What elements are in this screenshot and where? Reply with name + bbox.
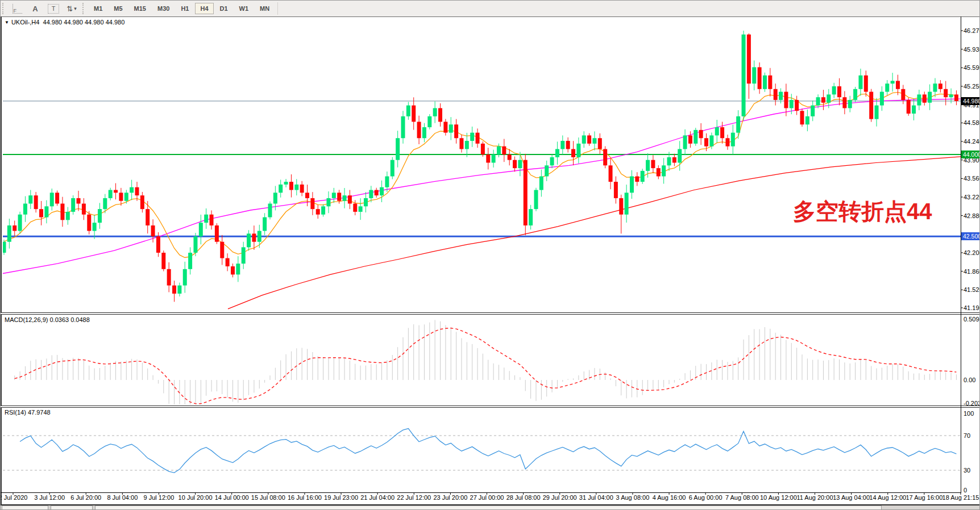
date-label: 9 Jul 12:00 [144,494,175,501]
macd-tick-label: -0.2032 [964,400,980,407]
rsi-tick-label: 100 [964,410,980,417]
date-label: 8 Jul 04:00 [107,494,138,501]
rsi-indicator-label: RSI(14) 47.9748 [5,409,51,416]
date-label: 13 Aug 04:00 [833,494,870,501]
date-label: 10 Aug 12:00 [760,494,797,501]
price-badge: 44.000 [961,151,980,158]
macd-tick-label: 0.00 [964,377,980,383]
date-label: 29 Jul 20:00 [543,494,577,501]
price-tick-label: 44.240 [964,138,980,145]
date-label: 14 Jul 00:00 [215,494,249,501]
date-label: 18 Aug 21:15 [942,494,979,501]
date-label: 11 Aug 20:00 [797,494,833,501]
chart-annotation-text[interactable]: 多空转折点44 [793,196,932,227]
mt4-window: F A T ⇅ ▾ M1M5M15M30H1H4D1W1MN ▼UKOil-,H… [0,0,980,510]
date-label: 2 Jul 2020 [0,494,27,501]
chart-quotes: 44.980 44.980 44.980 44.980 [43,19,125,26]
price-tick-label: 41.190 [964,304,980,311]
chart-title: ▼UKOil-,H4 44.980 44.980 44.980 44.980 [5,19,124,26]
rsi-tick-label: 70 [964,432,980,439]
macd-indicator-label: MACD(12,26,9) 0.0363 0.0488 [5,316,90,323]
price-badge: 42.500 [961,232,980,240]
date-label: 17 Aug 16:00 [906,494,942,501]
price-tick-label: 45.250 [964,83,980,90]
price-tick-label: 46.270 [964,27,980,34]
price-tick-label: 42.880 [964,212,980,219]
date-label: 15 Jul 08:00 [251,494,285,501]
price-tick-label: 43.220 [964,194,980,200]
candlestick-plot[interactable] [1,1,980,510]
price-tick-label: 42.200 [964,249,980,256]
rsi-tick-label: 30 [964,467,980,474]
date-label: 19 Jul 23:00 [324,494,358,501]
date-label: 22 Jul 12:00 [397,494,431,501]
price-tick-label: 43.560 [964,175,980,182]
date-label: 27 Jul 00:00 [470,494,504,501]
rsi-tick-label: 0 [964,487,980,494]
date-label: 14 Aug 12:00 [869,494,906,501]
macd-tick-label: 0.5094 [964,316,980,323]
date-label: 6 Jul 20:00 [70,494,101,501]
date-label: 3 Jul 12:00 [34,494,65,501]
chart-dropdown-icon[interactable]: ▼ [5,20,9,25]
date-label: 28 Jul 08:00 [506,494,541,501]
date-label: 23 Jul 20:00 [433,494,467,501]
date-label: 21 Jul 04:00 [360,494,395,501]
date-label: 31 Jul 04:00 [579,494,613,501]
price-tick-label: 44.580 [964,119,980,126]
date-label: 3 Aug 08:00 [616,494,650,501]
price-tick-label: 41.520 [964,286,980,293]
date-label: 16 Jul 16:00 [288,494,322,501]
price-tick-label: 45.930 [964,46,980,53]
date-label: 6 Aug 00:00 [689,494,722,501]
date-label: 4 Aug 16:00 [653,494,686,501]
price-tick-label: 45.590 [964,64,980,71]
price-tick-label: 41.860 [964,268,980,275]
date-label: 10 Jul 20:00 [178,494,213,501]
price-badge: 44.980 [961,97,980,105]
date-label: 7 Aug 08:00 [725,494,759,501]
